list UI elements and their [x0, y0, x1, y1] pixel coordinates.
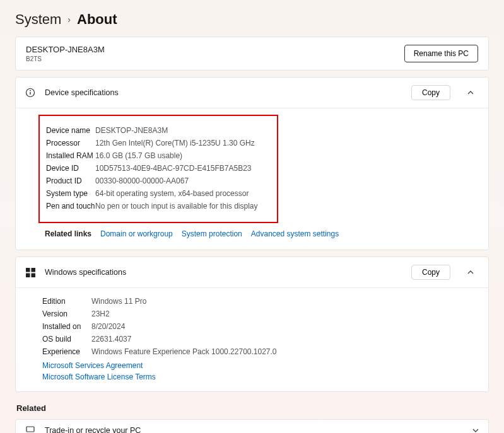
spec-value: 23H2 [91, 308, 110, 320]
laptop-icon [25, 426, 36, 433]
spec-value: No pen or touch input is available for t… [95, 200, 257, 212]
chevron-up-icon [467, 89, 474, 96]
spec-value: 10D57513-40E9-4BAC-97CD-E415FB7A5B23 [95, 163, 251, 174]
svg-rect-3 [26, 268, 30, 272]
pc-name: DESKTOP-JNE8A3M [26, 45, 105, 54]
spec-label: Processor [46, 137, 95, 149]
spec-label: Pen and touch [46, 200, 95, 212]
windows-specs-title: Windows specifications [45, 268, 402, 277]
windows-specs-body: EditionWindows 11 Pro Version23H2 Instal… [16, 287, 488, 391]
pc-name-card: DESKTOP-JNE8A3M B2TS Rename this PC [15, 37, 489, 71]
spec-label: OS build [42, 333, 91, 345]
related-tradein[interactable]: Trade-in or recycle your PC [15, 419, 489, 433]
spec-label: Device name [46, 125, 95, 136]
page-title: About [77, 11, 117, 28]
spec-value: 16.0 GB (15.7 GB usable) [95, 150, 182, 161]
breadcrumb-parent[interactable]: System [15, 11, 61, 28]
services-agreement-link[interactable]: Microsoft Services Agreement [42, 360, 478, 371]
spec-value: 00330-80000-00000-AA067 [95, 175, 189, 187]
domain-workgroup-link[interactable]: Domain or workgroup [100, 229, 173, 238]
breadcrumb: System › About [15, 11, 489, 28]
device-specs-card: Device specifications Copy Device nameDE… [15, 77, 489, 250]
collapse-device-specs-button[interactable] [462, 84, 479, 101]
chevron-down-icon [472, 427, 479, 433]
spec-value: 22631.4037 [91, 333, 131, 345]
spec-value: 64-bit operating system, x64-based proce… [95, 188, 249, 199]
copy-windows-specs-button[interactable]: Copy [411, 265, 450, 280]
chevron-right-icon: › [67, 14, 71, 25]
copy-device-specs-button[interactable]: Copy [411, 85, 450, 100]
spec-label: Installed on [42, 321, 91, 332]
spec-label: Version [42, 308, 91, 320]
svg-point-2 [30, 90, 31, 91]
spec-label: Experience [42, 346, 91, 357]
license-terms-link[interactable]: Microsoft Software License Terms [42, 371, 478, 383]
device-specs-body: Device nameDESKTOP-JNE8A3M Processor12th… [16, 108, 488, 250]
spec-value: DESKTOP-JNE8A3M [95, 125, 168, 136]
collapse-windows-specs-button[interactable] [462, 263, 479, 281]
highlighted-specs: Device nameDESKTOP-JNE8A3M Processor12th… [38, 115, 278, 223]
related-links-label: Related links [45, 229, 91, 238]
spec-label: System type [46, 188, 95, 199]
spec-value: 12th Gen Intel(R) Core(TM) i5-1235U 1.30… [95, 137, 255, 149]
related-item-title: Trade-in or recycle your PC [45, 426, 463, 433]
spec-value: Windows 11 Pro [91, 296, 146, 307]
svg-rect-4 [31, 268, 35, 272]
pc-subname: B2TS [26, 55, 105, 62]
svg-rect-6 [31, 273, 35, 277]
spec-label: Device ID [46, 163, 95, 174]
advanced-settings-link[interactable]: Advanced system settings [251, 229, 339, 238]
spec-value: 8/20/2024 [91, 321, 125, 332]
rename-pc-button[interactable]: Rename this PC [404, 45, 478, 62]
spec-label: Installed RAM [46, 150, 95, 161]
svg-rect-7 [26, 427, 34, 432]
windows-icon [25, 268, 36, 277]
chevron-up-icon [467, 268, 474, 276]
system-protection-link[interactable]: System protection [182, 229, 242, 238]
related-heading: Related [16, 403, 489, 413]
spec-label: Edition [42, 296, 91, 307]
info-icon [25, 88, 36, 98]
spec-value: Windows Feature Experience Pack 1000.227… [91, 346, 277, 357]
device-specs-title: Device specifications [45, 88, 402, 97]
spec-label: Product ID [46, 175, 95, 187]
windows-specs-card: Windows specifications Copy EditionWindo… [15, 257, 489, 392]
svg-rect-5 [26, 273, 30, 277]
